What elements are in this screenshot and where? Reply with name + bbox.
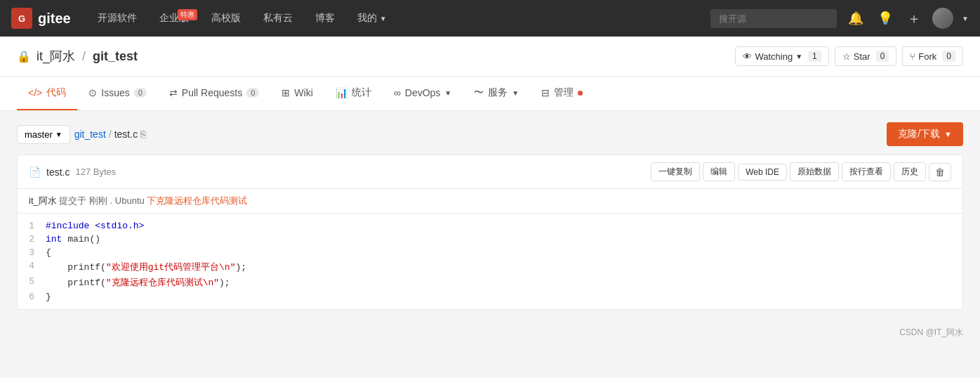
user-avatar[interactable] bbox=[932, 8, 953, 29]
code-block: 1 #include <stdio.h> 2 int main() 3 { 4 … bbox=[18, 214, 962, 309]
fork-count: 0 bbox=[942, 51, 955, 62]
tab-devops[interactable]: ∞ DevOps ▼ bbox=[383, 77, 463, 110]
line-number-1: 1 bbox=[18, 221, 46, 231]
edit-button[interactable]: 编辑 bbox=[703, 162, 735, 181]
add-icon[interactable]: ＋ bbox=[904, 6, 924, 31]
nav-item-blog[interactable]: 博客 bbox=[305, 6, 345, 30]
commit-message-prefix: . Ubuntu bbox=[110, 195, 145, 206]
code-line-2: 2 int main() bbox=[18, 233, 962, 246]
bulb-icon[interactable]: 💡 bbox=[875, 8, 896, 29]
tab-navigation: </> 代码 ⊙ Issues 0 ⇄ Pull Requests 0 ⊞ Wi… bbox=[0, 77, 980, 111]
star-button[interactable]: ☆ Star 0 bbox=[835, 46, 897, 66]
clone-download-button[interactable]: 克隆/下载 ▼ bbox=[887, 122, 963, 146]
tab-code[interactable]: </> 代码 bbox=[17, 77, 77, 110]
line-number-6: 6 bbox=[18, 292, 46, 302]
line-content-1: #include <stdio.h> bbox=[46, 221, 144, 231]
tab-wiki[interactable]: ⊞ Wiki bbox=[270, 77, 324, 110]
file-actions: 一键复制 编辑 Web IDE 原始数据 按行查看 历史 🗑 bbox=[651, 162, 951, 181]
repo-name[interactable]: git_test bbox=[93, 49, 138, 64]
copy-path-icon[interactable]: ⎘ bbox=[140, 129, 146, 140]
nav-item-university[interactable]: 高校版 bbox=[201, 6, 251, 30]
star-count: 0 bbox=[876, 51, 889, 62]
repo-title: 🔒 it_阿水 / git_test bbox=[17, 48, 138, 65]
avatar-dropdown-icon[interactable]: ▼ bbox=[962, 15, 969, 22]
breadcrumb-repo[interactable]: git_test bbox=[74, 129, 106, 140]
services-icon: 〜 bbox=[474, 86, 484, 99]
fork-icon: ⑂ bbox=[910, 51, 915, 62]
file-name: test.c bbox=[46, 167, 69, 178]
watch-dropdown-icon: ▼ bbox=[795, 53, 802, 60]
repo-owner[interactable]: it_阿水 bbox=[37, 48, 75, 65]
top-navigation: G gitee 开源软件 企业版 特惠 高校版 私有云 博客 我的 ▼ 🔔 💡 … bbox=[0, 0, 980, 37]
notification-icon[interactable]: 🔔 bbox=[845, 8, 866, 29]
logo-icon: G bbox=[11, 8, 32, 29]
pr-icon: ⇄ bbox=[169, 87, 178, 98]
tab-services[interactable]: 〜 服务 ▼ bbox=[463, 77, 530, 110]
stats-icon: 📊 bbox=[336, 87, 347, 98]
main-content: master ▼ git_test / test.c ⎘ 克隆/下载 ▼ 📄 t… bbox=[0, 111, 980, 321]
commit-author[interactable]: it_阿水 bbox=[29, 195, 57, 206]
manage-notification-dot bbox=[578, 91, 583, 96]
line-content-6: } bbox=[46, 292, 51, 302]
clone-dropdown-icon: ▼ bbox=[944, 130, 952, 138]
webide-button[interactable]: Web IDE bbox=[738, 164, 787, 181]
branch-dropdown-icon: ▼ bbox=[55, 131, 62, 138]
code-line-6: 6 } bbox=[18, 290, 962, 304]
branch-selector[interactable]: master ▼ bbox=[17, 125, 70, 144]
line-number-2: 2 bbox=[18, 234, 46, 245]
issues-icon: ⊙ bbox=[88, 87, 97, 98]
enterprise-badge: 特惠 bbox=[178, 9, 197, 20]
code-line-3: 3 { bbox=[18, 246, 962, 259]
code-line-5: 5 printf("克隆远程仓库代码测试\n"); bbox=[18, 275, 962, 290]
commit-info: it_阿水 提交于 刚刚 . Ubuntu 下克隆远程仓库代码测试 bbox=[18, 189, 962, 214]
tab-pullrequests[interactable]: ⇄ Pull Requests 0 bbox=[158, 77, 271, 110]
nav-item-private[interactable]: 私有云 bbox=[253, 6, 303, 30]
breadcrumb-file: test.c bbox=[114, 129, 138, 140]
copy-all-button[interactable]: 一键复制 bbox=[651, 162, 700, 181]
nav-items: 开源软件 企业版 特惠 高校版 私有云 博客 我的 ▼ bbox=[88, 6, 710, 30]
tab-manage[interactable]: ⊟ 管理 bbox=[530, 77, 594, 110]
raw-button[interactable]: 原始数据 bbox=[790, 162, 839, 181]
nav-item-enterprise[interactable]: 企业版 特惠 bbox=[150, 6, 199, 30]
devops-dropdown-icon: ▼ bbox=[444, 89, 451, 97]
file-size: 127 Bytes bbox=[75, 167, 116, 177]
blame-button[interactable]: 按行查看 bbox=[842, 162, 891, 181]
manage-icon: ⊟ bbox=[541, 87, 550, 98]
tab-issues[interactable]: ⊙ Issues 0 bbox=[77, 77, 158, 110]
logo[interactable]: G gitee bbox=[11, 8, 71, 29]
eye-icon: 👁 bbox=[743, 51, 752, 62]
history-button[interactable]: 历史 bbox=[894, 162, 926, 181]
delete-button[interactable]: 🗑 bbox=[929, 163, 951, 181]
star-icon: ☆ bbox=[842, 51, 851, 62]
mine-dropdown-icon: ▼ bbox=[380, 15, 387, 22]
code-icon: </> bbox=[28, 87, 42, 98]
file-path-left: master ▼ git_test / test.c ⎘ bbox=[17, 125, 146, 144]
nav-item-mine[interactable]: 我的 ▼ bbox=[347, 6, 397, 30]
search-input[interactable] bbox=[710, 9, 837, 28]
tab-stats[interactable]: 📊 统计 bbox=[324, 77, 383, 110]
file-viewer: 📄 test.c 127 Bytes 一键复制 编辑 Web IDE 原始数据 … bbox=[17, 155, 963, 310]
watch-count: 1 bbox=[808, 51, 821, 62]
footer-text: CSDN @IT_阿水 bbox=[899, 327, 963, 337]
commit-message-link[interactable]: 下克隆远程仓库代码测试 bbox=[147, 195, 247, 206]
breadcrumb: git_test / test.c ⎘ bbox=[74, 129, 147, 140]
pr-count: 0 bbox=[246, 88, 259, 98]
file-document-icon: 📄 bbox=[29, 167, 41, 178]
line-content-4: printf("欢迎使用git代码管理平台\n"); bbox=[46, 261, 246, 273]
line-content-3: { bbox=[46, 247, 51, 258]
nav-right-actions: 🔔 💡 ＋ ▼ bbox=[845, 6, 969, 31]
nav-item-opensource[interactable]: 开源软件 bbox=[88, 6, 147, 30]
logo-text: gitee bbox=[38, 11, 71, 27]
watch-button[interactable]: 👁 Watching ▼ 1 bbox=[735, 46, 828, 66]
fork-button[interactable]: ⑂ Fork 0 bbox=[902, 46, 963, 66]
breadcrumb-separator: / bbox=[109, 129, 112, 140]
page-footer: CSDN @IT_阿水 bbox=[0, 321, 980, 344]
file-viewer-header: 📄 test.c 127 Bytes 一键复制 编辑 Web IDE 原始数据 … bbox=[18, 155, 962, 189]
file-info: 📄 test.c 127 Bytes bbox=[29, 167, 116, 178]
line-number-3: 3 bbox=[18, 247, 46, 258]
code-line-1: 1 #include <stdio.h> bbox=[18, 219, 962, 233]
commit-time: 提交于 刚刚 bbox=[59, 195, 107, 206]
line-number-5: 5 bbox=[18, 276, 46, 287]
issues-count: 0 bbox=[134, 88, 147, 98]
file-path-bar: master ▼ git_test / test.c ⎘ 克隆/下载 ▼ bbox=[17, 122, 963, 146]
